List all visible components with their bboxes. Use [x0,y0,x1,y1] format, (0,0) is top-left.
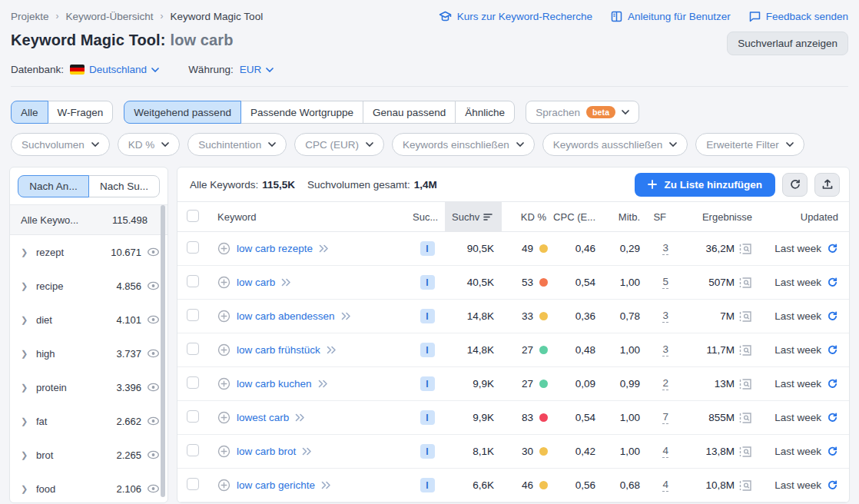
sidebar-group-item[interactable]: ❯ high 3.737 [10,337,167,370]
tab-w-fragen[interactable]: W-Fragen [48,101,114,124]
sidebar-group-item[interactable]: ❯ brot 2.265 [10,438,167,472]
column-header-cpc[interactable]: CPC (E... [549,211,602,223]
chevron-right-icon[interactable]: ❯ [21,484,30,494]
tab-genau-passend[interactable]: Genau passend [363,101,456,124]
sf-value[interactable]: 4 [662,479,668,492]
serp-icon[interactable] [739,379,752,390]
sidebar-group-item[interactable]: ❯ food 2.106 [10,472,167,503]
tab-passende-wortgruppe[interactable]: Passende Wortgruppe [240,101,363,124]
intent-badge[interactable]: I [420,410,435,425]
plus-circle-icon[interactable] [217,445,231,458]
plus-circle-icon[interactable] [217,343,231,356]
sidebar-scrollbar[interactable] [161,205,165,497]
sidebar-tab-nach-anzahl[interactable]: Nach An... [18,175,89,197]
intent-badge[interactable]: I [420,241,435,256]
double-chevron-right-icon[interactable] [295,413,305,422]
serp-icon[interactable] [739,413,752,423]
eye-icon[interactable] [147,416,160,426]
sf-value[interactable]: 5 [662,276,668,289]
sidebar-group-item[interactable]: ❯ protein 3.396 [10,370,167,404]
row-checkbox[interactable] [187,241,199,254]
row-checkbox[interactable] [187,444,199,456]
double-chevron-right-icon[interactable] [327,346,337,354]
eye-icon[interactable] [147,280,160,291]
sf-value[interactable]: 2 [662,377,668,390]
serp-icon[interactable] [739,480,752,491]
column-header-ergebnisse[interactable]: Ergebnisse [672,211,752,223]
chevron-right-icon[interactable]: ❯ [21,247,30,257]
row-checkbox[interactable] [187,376,199,389]
serp-icon[interactable] [739,277,752,288]
double-chevron-right-icon[interactable] [321,481,331,489]
chevron-right-icon[interactable]: ❯ [21,349,30,359]
double-chevron-right-icon[interactable] [318,380,328,388]
chevron-right-icon[interactable]: ❯ [21,450,30,460]
keyword-link[interactable]: low carb kuchen [237,378,312,390]
eye-icon[interactable] [147,247,160,257]
serp-icon[interactable] [739,345,752,356]
row-refresh-icon[interactable] [827,344,838,356]
tab-weitgehend-passend[interactable]: Weitgehend passend [124,101,241,124]
keyword-link[interactable]: lowest carb [237,412,289,423]
serp-icon[interactable] [739,446,752,457]
double-chevron-right-icon[interactable] [302,447,312,456]
export-button[interactable] [814,173,840,197]
eye-icon[interactable] [147,483,160,494]
breadcrumb-projekte[interactable]: Projekte [11,11,49,22]
sidebar-tab-nach-suchvolumen[interactable]: Nach Su... [88,175,160,197]
row-refresh-icon[interactable] [827,277,838,288]
plus-circle-icon[interactable] [217,310,231,323]
row-refresh-icon[interactable] [827,310,838,322]
search-history-button[interactable]: Suchverlauf anzeigen [727,32,848,55]
currency-select[interactable]: EUR [240,64,274,75]
sidebar-group-item[interactable]: ❯ fat 2.662 [10,404,167,438]
column-header-keyword[interactable]: Keyword [217,211,410,223]
sidebar-group-item[interactable]: ❯ recipe 4.856 [10,269,167,303]
breadcrumb-keyword-uebersicht[interactable]: Keyword-Übersicht [66,11,154,22]
sf-value[interactable]: 4 [662,445,668,458]
tab-aehnliche[interactable]: Ähnliche [455,101,515,124]
database-select[interactable]: Deutschland [70,64,159,75]
sf-value[interactable]: 3 [662,310,668,323]
keyword-link[interactable]: low carb brot [237,446,296,457]
tab-alle[interactable]: Alle [11,101,48,124]
chevron-right-icon[interactable]: ❯ [21,315,30,325]
intent-badge[interactable]: I [420,478,435,492]
row-checkbox[interactable] [187,343,199,355]
filter-erweiterte-filter[interactable]: Erweiterte Filter [695,133,804,156]
keyword-research-course-link[interactable]: Kurs zur Keyword-Recherche [439,11,592,22]
eye-icon[interactable] [147,314,160,325]
row-refresh-icon[interactable] [827,479,838,491]
keyword-link[interactable]: low carb abendessen [237,310,335,322]
plus-circle-icon[interactable] [217,479,231,492]
row-checkbox[interactable] [187,275,199,287]
filter-suchintention[interactable]: Suchintention [187,133,287,156]
languages-dropdown[interactable]: Sprachen beta [526,101,639,124]
keyword-link[interactable]: low carb frühstück [237,344,320,356]
filter-keywords-ausschliessen[interactable]: Keywords ausschließen [542,133,688,156]
eye-icon[interactable] [147,449,160,460]
chevron-right-icon[interactable]: ❯ [21,281,30,291]
row-checkbox[interactable] [187,478,199,490]
row-checkbox[interactable] [187,309,199,321]
keyword-link[interactable]: low carb gerichte [237,479,315,491]
double-chevron-right-icon[interactable] [341,312,351,320]
serp-icon[interactable] [739,311,752,322]
filter-keywords-einschliessen[interactable]: Keywords einschließen [392,133,535,156]
column-header-suchintention[interactable]: Suc... [410,211,445,223]
filter-cpc[interactable]: CPC (EUR) [294,133,384,156]
intent-badge[interactable]: I [420,275,435,290]
sidebar-all-keywords-row[interactable]: Alle Keywo... 115.498 [10,204,167,235]
plus-circle-icon[interactable] [217,411,231,424]
serp-icon[interactable] [739,244,752,254]
plus-circle-icon[interactable] [217,276,231,289]
intent-badge[interactable]: I [420,343,435,357]
sidebar-group-item[interactable]: ❯ rezept 10.671 [10,235,167,269]
row-refresh-icon[interactable] [827,243,838,254]
plus-circle-icon[interactable] [217,377,231,390]
intent-badge[interactable]: I [420,444,435,459]
sf-value[interactable]: 7 [662,411,668,424]
user-manual-link[interactable]: Anleitung für Benutzer [611,11,731,22]
column-header-suchvolumen[interactable]: Suchv [445,202,502,231]
row-refresh-icon[interactable] [827,446,838,457]
